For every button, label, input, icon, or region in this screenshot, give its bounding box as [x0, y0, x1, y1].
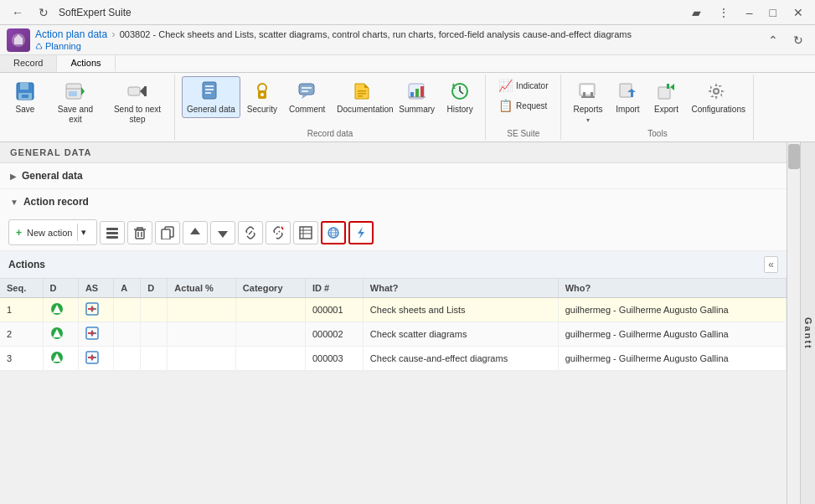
move-down-icon	[216, 226, 230, 239]
cell-d	[43, 298, 78, 322]
action-record-title: Action record	[23, 196, 89, 208]
save-label: Save	[16, 105, 35, 115]
request-button[interactable]: 📋 Request	[493, 96, 554, 115]
new-action-button[interactable]: + New action ▾	[8, 219, 97, 245]
tab-record[interactable]: Record	[0, 55, 57, 72]
maximize-button[interactable]: □	[765, 4, 781, 21]
request-label: Request	[516, 101, 547, 111]
link-button[interactable]	[238, 221, 263, 244]
send-next-button[interactable]: Send to next step	[107, 76, 168, 128]
indicator-button[interactable]: 📈 Indicator	[493, 76, 554, 95]
close-button[interactable]: ✕	[788, 4, 808, 21]
cell-actual-pct	[168, 298, 236, 322]
unlink-button[interactable]	[266, 221, 291, 244]
refresh-button[interactable]: ↻	[34, 4, 54, 21]
export-button[interactable]: Export	[647, 76, 684, 118]
cell-id: 000001	[305, 298, 363, 322]
actions-collapse-button[interactable]: «	[764, 256, 778, 273]
col-seq: Seq.	[0, 279, 43, 298]
summary-button[interactable]: Summary	[394, 76, 440, 118]
documentation-button[interactable]: Documentation	[332, 76, 392, 118]
configurations-button[interactable]: Configurations	[686, 76, 746, 118]
col-category: Category	[235, 279, 305, 298]
back-button[interactable]: ←	[7, 4, 28, 21]
cell-category	[235, 347, 305, 371]
svg-rect-21	[302, 90, 308, 92]
new-action-arrow[interactable]: ▾	[77, 224, 90, 241]
action-record-header[interactable]: ▼ Action record	[0, 189, 787, 214]
cell-category	[235, 322, 305, 347]
col-who: Who?	[558, 279, 786, 298]
configurations-icon	[704, 80, 728, 103]
comment-button[interactable]: Comment	[284, 76, 330, 118]
general-data-button[interactable]: General data	[182, 76, 240, 118]
reports-icon	[576, 80, 600, 103]
history-label: History	[447, 105, 473, 115]
table-row[interactable]: 1000001Check sheets and Listsguilhermeg …	[0, 298, 787, 322]
general-data-header[interactable]: ▶ General data	[0, 163, 787, 188]
reports-button[interactable]: Reports ▾	[568, 76, 607, 127]
table-row[interactable]: 2000002Check scatter diagramsguilhermeg …	[0, 322, 787, 347]
save-exit-button[interactable]: Save and exit	[45, 76, 106, 128]
right-scrollbar[interactable]	[787, 142, 800, 504]
cell-category	[235, 298, 305, 322]
list-view-button[interactable]	[100, 221, 125, 244]
svg-line-58	[281, 227, 283, 229]
table-header-row: Seq. D AS A D Actual % Category ID # Wha…	[0, 279, 787, 298]
move-down-button[interactable]	[210, 221, 235, 244]
breadcrumb-refresh-button[interactable]: ↻	[788, 32, 808, 49]
breadcrumb-link[interactable]: Action plan data	[35, 28, 107, 40]
comment-icon	[296, 80, 319, 103]
flash-button[interactable]	[348, 221, 374, 244]
gantt-sidebar[interactable]: Gantt	[800, 142, 815, 504]
plugin-button[interactable]: ▰	[687, 4, 706, 21]
svg-rect-47	[106, 228, 118, 230]
tab-actions[interactable]: Actions	[57, 55, 115, 72]
security-label: Security	[247, 105, 277, 115]
cell-what[interactable]: Check sheets and Lists	[363, 298, 558, 322]
actions-title: Actions	[8, 259, 45, 270]
breadcrumb-current: 003802 - Check sheets and Lists, scatter…	[120, 29, 632, 39]
copy-button[interactable]	[155, 221, 180, 244]
expand-button[interactable]	[293, 221, 318, 244]
cell-as	[78, 322, 113, 347]
history-button[interactable]: History	[441, 76, 478, 118]
import-button[interactable]: Import	[609, 76, 646, 118]
se-suite-items: 📈 Indicator 📋 Request	[493, 76, 554, 115]
breadcrumb-collapse-button[interactable]: ⌃	[763, 32, 783, 49]
reports-label: Reports	[573, 105, 602, 115]
svg-rect-4	[22, 95, 28, 98]
cell-what[interactable]: Check scatter diagrams	[363, 322, 558, 347]
cell-who: guilhermeg - Guilherme Augusto Gallina	[558, 298, 786, 322]
cell-d2	[141, 322, 168, 347]
delete-button[interactable]	[127, 221, 152, 244]
col-a: A	[114, 279, 141, 298]
move-up-button[interactable]	[183, 221, 208, 244]
security-button[interactable]: Security	[242, 76, 282, 118]
move-up-icon	[188, 226, 202, 239]
cell-actual-pct	[168, 347, 236, 371]
breadcrumb-actions: ⌃ ↻	[763, 32, 808, 49]
globe-icon	[327, 226, 340, 239]
table-row[interactable]: 3000003Check cause-and-effect diagramsgu…	[0, 347, 787, 371]
content-wrapper: General data ▶ General data ▼ Action rec…	[0, 142, 815, 504]
scrollbar-thumb[interactable]	[788, 144, 800, 169]
cell-what[interactable]: Check cause-and-effect diagrams	[363, 347, 558, 371]
cell-a	[114, 347, 141, 371]
tools-group-items: Reports ▾ Import	[568, 76, 746, 127]
svg-rect-59	[300, 227, 312, 239]
globe-button[interactable]	[321, 221, 346, 244]
unlink-icon	[271, 226, 285, 239]
save-button[interactable]: Save	[7, 76, 44, 118]
minimize-button[interactable]: –	[741, 4, 758, 21]
svg-marker-43	[670, 84, 674, 90]
breadcrumb: Action plan data › 003802 - Check sheets…	[35, 28, 632, 40]
svg-rect-42	[658, 87, 670, 99]
svg-point-17	[260, 93, 264, 96]
save-exit-icon	[64, 80, 87, 103]
svg-point-46	[714, 90, 718, 93]
send-next-label: Send to next step	[112, 105, 162, 125]
tools-group-label: Tools	[568, 129, 746, 138]
more-button[interactable]: ⋮	[713, 4, 735, 21]
cell-actual-pct	[168, 322, 236, 347]
